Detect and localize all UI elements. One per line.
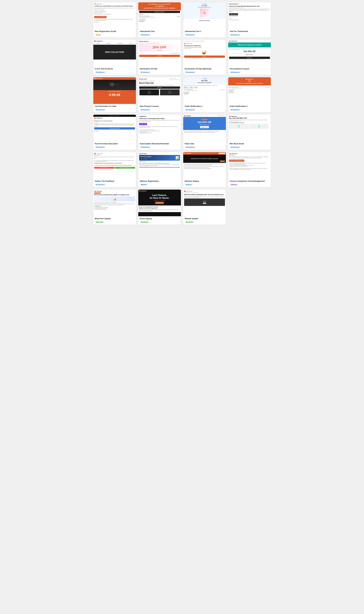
card-order-notification-1[interactable]: ✦ Utopia Hey John! Your Order is Confirm… — [183, 77, 226, 112]
ep-no-btn: I will Never Recommend — [94, 167, 115, 169]
ep-fine-print: Please redeem this coupon code on any pr… — [229, 59, 270, 60]
ep-sale-pct: 20% OFF — [140, 45, 179, 50]
card-subscription-renewal[interactable]: Logoipsum Thank you for choosing [Produc… — [138, 115, 181, 150]
ep-rec-title: Our recommendations for few items — [229, 122, 270, 123]
ep-header-title: Thank you for being our customer — [230, 44, 269, 46]
card-flash-sale[interactable]: Logoipsum Remove This Offer ▲ Sale Exten… — [183, 115, 226, 150]
ep-intl-title: International of Lights Day — [184, 45, 225, 47]
ep-header: ✦ Utopia Hey John! Your Order is Confirm… — [183, 77, 226, 84]
card-post-purchase[interactable]: Welcome to the Family! 🟠 Logoipsum Thank… — [93, 115, 136, 150]
card-weekly-update[interactable]: Logoipsum Your weekly dose of all things… — [183, 190, 226, 225]
tag-order-notification-1: ECommerce — [185, 109, 196, 111]
card-title-declaration-sale: Declaration Of Sale — [140, 68, 179, 70]
ep-banner-text: Marketing Strategies Join our Online Web… — [140, 156, 175, 160]
ep-sale-sub: Shop Now — [140, 50, 179, 51]
ep-logo-text: Logoipsum — [141, 190, 147, 192]
card-win-back[interactable]: Logoipsum Hey John! WE MISS YOU! Friends… — [228, 115, 271, 150]
card-order-notification-2[interactable]: 🟠 Logoipsum ✓ Hey John! Your Order {{ord… — [228, 77, 271, 112]
ep-sign: Best Wishes, — [94, 22, 135, 23]
ep-logo: logo ⊕ ipsum™ — [228, 40, 271, 42]
ep-logo-row: Logoipsum — [138, 190, 181, 192]
card-preview-declaration-sale: logo ⊕ ipsum Celebrate with an' 5TH YEAR… — [138, 40, 181, 67]
card-personalised-coupon[interactable]: logo ⊕ ipsum™ Thank you for being our cu… — [228, 40, 271, 75]
card-title-declaration-sale-minimal: Declaration Of Sale (Minimal) — [185, 68, 224, 70]
ep-top-bar: Welcome to the Family! — [93, 115, 136, 117]
ep-question: Are you ready to leave your competitors … — [94, 202, 135, 203]
ep-nav: Subscribe and Save Shop Now How it Works… — [184, 41, 225, 42]
ep-product-image: 🖤🕶️ — [93, 80, 136, 90]
ep-steps: During this webinar we dive into how you… — [184, 166, 225, 169]
tag-cross-sell: ECommerce — [95, 71, 106, 73]
ep-header-sub: Your weekly dose of all things business — [184, 192, 225, 193]
ep-checkout-btn: Continue to Checkout — [139, 11, 180, 13]
ep-total-block: Sub Total: $50.76Shipping: $7.00Total: $… — [184, 91, 225, 94]
ep-brand: ✦ Utopia — [184, 78, 225, 80]
ep-greeting: Hi Adam Zarnyo, — [139, 161, 180, 162]
card-footer-flash-sale: Flash Sale ECommerce — [183, 141, 226, 150]
ep-header: 🟠 Logoipsum Webinar Replay — [183, 152, 226, 155]
ep-msg: We have successfully received your order… — [184, 85, 225, 86]
ep-view-btn: View Your Accomplishments — [229, 160, 244, 162]
card-last-reminder[interactable]: logo ⊕ ipsum 🖤🕶️ 30% off ends in 5hours … — [93, 77, 136, 112]
ep-body: 👕 Tom T-shirt for Kids4 green color abov… — [228, 85, 271, 94]
ep-logo: logo ⊕ ipsum — [93, 77, 136, 80]
email-preview-flash-sale: Logoipsum Remove This Offer ▲ Sale Exten… — [183, 115, 226, 141]
card-footer-declaration-sale: Declaration Of Sale ECommerce — [138, 67, 181, 75]
ep-item-row: 👕 Tom T-shirt for Kids4 green color abov… — [184, 89, 225, 91]
ep-list: 1. Lorem ipsum dummy text of the printin… — [94, 207, 135, 210]
card-footer-order-notification-1: Order Notification 1 ECommerce — [183, 104, 226, 112]
ep-title: Hey John! We've reserved your cart for s… — [140, 7, 180, 9]
card-new-registration[interactable]: 🟠 Logoipsum Confirm your email address t… — [93, 2, 136, 38]
ep-banner-icon: 📊 — [175, 156, 179, 160]
ep-logo: logo ⊕ ipsum™ — [229, 153, 270, 155]
card-footer-weekly-update: Weekly Update Newsletter — [183, 216, 226, 225]
card-preview-last-reminder: logo ⊕ ipsum 🖤🕶️ 30% off ends in 5hours … — [93, 77, 136, 104]
ep-prod-2: 🧴 — [249, 124, 269, 129]
card-webinar-replay[interactable]: 🟠 Logoipsum Webinar Replay Building a Ro… — [183, 152, 226, 187]
card-declaration-sale-minimal[interactable]: Subscribe and Save Shop Now How it Works… — [183, 40, 226, 75]
ep-header-row: logo ipsum Need Help? ContactCustomer Ca… — [139, 78, 180, 80]
card-ask-testimonial[interactable]: logo ⊕ ipsum™ How we can make [Product N… — [228, 2, 271, 38]
card-title-last-reminder: Last Reminder For Sale — [95, 105, 134, 107]
ep-item-img: 👕 — [139, 15, 141, 18]
card-gather-feedback[interactable]: Logoipsum Dear Nicholas, Sharing your ex… — [93, 152, 136, 187]
card-event-signup[interactable]: Logoipsum Last Chance.Its Now Or Never. … — [138, 190, 181, 225]
ep-yes-btn: Definitely! I will Recommend — [115, 167, 135, 169]
email-preview-course-completion: logo ⊕ ipsum™ Dear Nicholas, We are thri… — [228, 152, 271, 179]
email-preview-win-back: Logoipsum Hey John! WE MISS YOU! Friends… — [228, 115, 271, 141]
card-course-completion[interactable]: logo ⊕ ipsum™ Dear Nicholas, We are thri… — [228, 152, 271, 187]
tag-abandoned-cart-1: ECommerce — [185, 34, 196, 36]
card-abandoned-cart[interactable]: Free Shipping on Your Order above $70 🟠 … — [138, 2, 181, 38]
tag-abandoned-cart: ECommerce — [140, 34, 151, 36]
ep-contact: Need Help? ContactCustomer Care +1800 45… — [170, 78, 180, 80]
card-cross-sell[interactable]: Logoipsum MAN WOMAN CHILDREN SALE NEW CO… — [93, 40, 136, 75]
card-footer-abandoned-cart: Abandoned Cart ECommerce — [138, 29, 181, 38]
card-new-product-launch[interactable]: logo ipsum Need Help? ContactCustomer Ca… — [138, 77, 181, 112]
ep-body: Elevate '22 is happening this ThursdayRe… — [138, 205, 181, 212]
card-preview-new-registration: 🟠 Logoipsum Confirm your email address t… — [93, 2, 136, 29]
ep-progress-bar — [139, 167, 180, 168]
card-abandoned-cart-1[interactable]: ✦ Utopia Hey John! Something's Waiting F… — [183, 2, 226, 38]
ep-desc: Join more than 80,000 professionals that… — [139, 209, 180, 211]
email-preview-blog-post: logo ⊕ ipsum Announcement! Now we have i… — [93, 190, 136, 216]
email-preview-weekly-update: Logoipsum Your weekly dose of all things… — [183, 190, 226, 216]
card-blog-post[interactable]: logo ⊕ ipsum Announcement! Now we have i… — [93, 190, 136, 225]
tag-last-reminder: ECommerce — [95, 109, 106, 111]
ep-title: Thank you for your purchase — [94, 120, 135, 122]
ep-dear: Dear Nicholas, — [94, 155, 135, 156]
ep-logo: 🟠 Logoipsum — [94, 3, 135, 5]
ep-body-text: Sharing your experience helps us underst… — [94, 157, 135, 162]
ep-body-text: Friends don't let friends go without upd… — [229, 120, 270, 122]
ep-ref-link: Remove This Offer ▲ — [218, 115, 225, 116]
ep-products: 🧴 🧴 — [229, 124, 270, 129]
card-title-webinar-replay: Webinar Replay — [185, 180, 224, 182]
card-footer-webinar-replay: Webinar Replay Webinar — [183, 179, 226, 187]
card-declaration-sale[interactable]: logo ⊕ ipsum Celebrate with an' 5TH YEAR… — [138, 40, 181, 75]
card-footer-ask-testimonial: Ask For Testimonial ECommerce — [228, 29, 271, 38]
ep-badge: Announcement! — [94, 192, 101, 194]
ep-shop-btn: Shop Now — [229, 57, 270, 59]
email-preview-gather-feedback: Logoipsum Dear Nicholas, Sharing your ex… — [93, 152, 136, 179]
card-webinar-registration[interactable]: logo ⊕ ipsum Marketing Strategies Join o… — [138, 152, 181, 187]
ep-banner: Sale Extended Get 50% Off With You New P… — [183, 117, 226, 130]
ep-body: Upgrade now to get 50% off sitewide for … — [183, 130, 226, 134]
